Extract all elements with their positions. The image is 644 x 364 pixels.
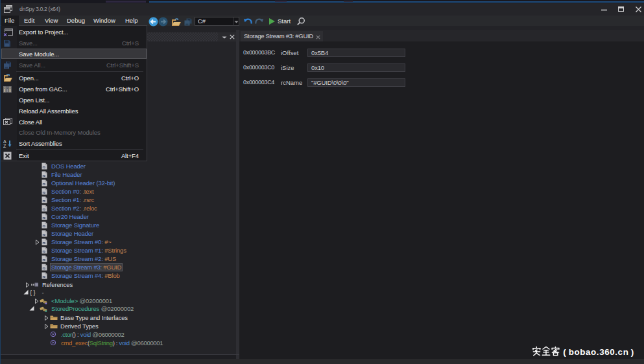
svg-text:Z: Z — [3, 144, 6, 148]
svg-text:A: A — [3, 139, 6, 144]
